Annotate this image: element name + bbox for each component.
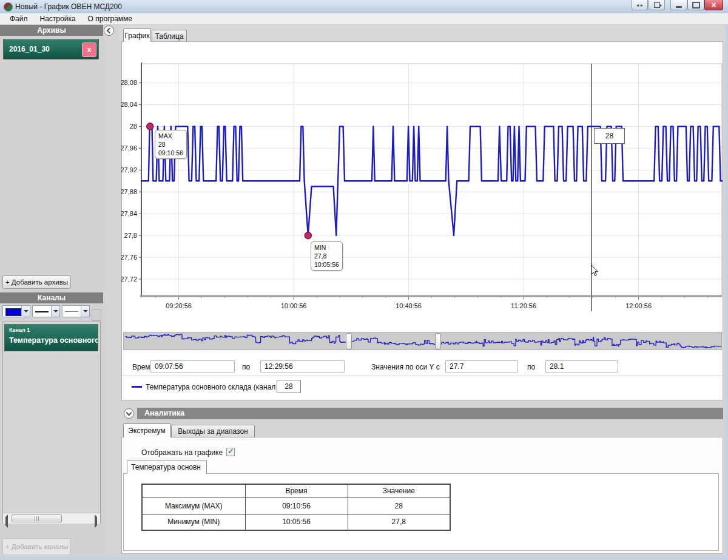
tab-extremum[interactable]: Экстремум	[123, 423, 170, 437]
min-value: 27,8	[314, 252, 339, 260]
left-right-arrows-icon: ◄►	[636, 3, 644, 7]
cursor-value-label: 28	[594, 128, 625, 144]
time-from-input[interactable]	[150, 360, 235, 373]
main-tab-strip	[119, 25, 726, 41]
title-bar: Новый - График ОВЕН МСД200 ◄► ×	[0, 0, 728, 14]
app-window: Новый - График ОВЕН МСД200 ◄► × Файл Нас…	[0, 0, 728, 560]
tab-grafik[interactable]: График	[123, 29, 151, 42]
min-annotation: MIN 27,8 10:05:56	[311, 241, 343, 271]
color-swatch-blue	[5, 308, 21, 316]
min-row-label: Минимум (MIN)	[142, 514, 245, 530]
window-bottom-edge	[0, 557, 728, 560]
analytics-header: Аналитика	[137, 408, 723, 419]
add-archives-button[interactable]: + Добавить архивы	[2, 275, 71, 289]
svg-text:27,76: 27,76	[121, 254, 137, 261]
show-on-chart-checkbox[interactable]: ✓	[226, 448, 235, 456]
chevron-down-icon	[24, 310, 29, 312]
svg-text:10:00:56: 10:00:56	[281, 302, 307, 309]
add-channels-button[interactable]: + Добавить каналы	[2, 538, 71, 555]
navigator-left-handle[interactable]	[346, 333, 352, 349]
window-arrow-icon	[654, 2, 660, 8]
max-row-time: 09:10:56	[245, 498, 348, 514]
max-value: 28	[158, 140, 183, 149]
tab-channel-extremum[interactable]: Температура основн	[127, 460, 207, 474]
chevron-down-icon	[126, 410, 132, 416]
legend-divider	[122, 376, 723, 376]
menu-file[interactable]: Файл	[4, 13, 34, 24]
svg-text:27,96: 27,96	[121, 144, 137, 152]
navigator-right-handle[interactable]	[435, 333, 441, 349]
channel-item-label: Температура основного ск	[9, 336, 98, 345]
time-to-label: по	[242, 363, 250, 371]
thickness-picker-arrow[interactable]	[51, 306, 59, 317]
collapse-analytics-button[interactable]	[124, 408, 134, 419]
channel-item-id: Канал 1	[9, 327, 30, 333]
svg-text:27,92: 27,92	[121, 166, 137, 174]
channels-scrollbar[interactable]	[3, 513, 100, 524]
triangle-right-icon	[95, 514, 97, 528]
svg-text:10:40:56: 10:40:56	[396, 302, 422, 309]
legend-current-value[interactable]: 28	[277, 380, 301, 393]
color-picker-arrow[interactable]	[21, 306, 30, 317]
table-row-max: Максимум (MAX) 09:10:56 28	[142, 498, 450, 514]
table-header-blank	[142, 484, 245, 498]
min-row-value: 27,8	[348, 514, 450, 530]
channel-style-extra-button[interactable]	[92, 309, 101, 321]
minimize-icon	[676, 6, 682, 8]
svg-text:28,04: 28,04	[121, 101, 137, 108]
max-row-label: Максимум (MAX)	[142, 498, 245, 514]
y-from-input[interactable]	[445, 360, 518, 373]
y-to-input[interactable]	[545, 360, 618, 373]
extremum-table: Время Значение Максимум (MAX) 09:10:56 2…	[141, 484, 451, 531]
y-to-label: по	[527, 363, 535, 371]
chart-navigator[interactable]	[123, 332, 722, 350]
svg-text:27,72: 27,72	[121, 275, 137, 283]
svg-text:27,88: 27,88	[121, 188, 137, 195]
detach-window-button[interactable]	[649, 0, 665, 10]
sidebar: Архивы 2016_01_30 x + Добавить архивы Ка…	[0, 25, 103, 560]
collapse-sidebar-button[interactable]	[104, 25, 114, 36]
archives-header: Архивы	[0, 25, 103, 36]
show-on-chart-label: Отображать на графике	[141, 448, 223, 457]
tab-tablica[interactable]: Таблица	[152, 30, 187, 42]
min-label: MIN	[314, 243, 339, 252]
table-header-value: Значение	[348, 484, 450, 498]
menu-about[interactable]: О программе	[82, 13, 138, 24]
scroll-left-arrow[interactable]	[5, 517, 8, 525]
time-to-input[interactable]	[260, 360, 345, 373]
line-style-picker[interactable]	[62, 305, 90, 317]
minimize-button[interactable]	[670, 0, 687, 10]
table-row-min: Минимум (MIN) 10:05:56 27,8	[142, 514, 450, 530]
max-label: MAX	[158, 132, 183, 140]
maximize-button[interactable]	[687, 0, 704, 10]
thick-line-swatch	[35, 311, 49, 312]
max-row-value: 28	[348, 498, 450, 514]
compare-windows-button[interactable]: ◄►	[632, 0, 648, 10]
chevron-down-icon	[53, 310, 58, 312]
style-picker-arrow[interactable]	[81, 306, 89, 317]
close-button[interactable]: ×	[704, 0, 723, 10]
line-thickness-picker[interactable]	[32, 305, 60, 317]
svg-text:27,8: 27,8	[124, 232, 137, 239]
svg-text:12:00:56: 12:00:56	[625, 302, 652, 309]
window-title: Новый - График ОВЕН МСД200	[15, 2, 122, 11]
scrollbar-thumb[interactable]	[12, 514, 62, 522]
thin-line-swatch	[65, 311, 78, 312]
svg-text:27,84: 27,84	[121, 210, 137, 217]
tab-out-of-range[interactable]: Выходы за диапазон	[171, 425, 255, 437]
temperature-chart[interactable]: 27,7227,7627,827,8427,8827,9227,962828,0…	[121, 41, 723, 317]
channel-color-picker[interactable]	[2, 305, 30, 317]
channel-item[interactable]: Канал 1 Температура основного ск	[4, 324, 98, 351]
check-icon: ✓	[228, 447, 234, 456]
svg-text:11:20:56: 11:20:56	[511, 302, 536, 309]
scroll-right-arrow[interactable]	[95, 517, 97, 525]
archive-close-button[interactable]: x	[82, 42, 96, 57]
menu-settings[interactable]: Настройка	[34, 13, 82, 24]
table-header-time: Время	[245, 484, 348, 498]
legend-series-label: Температура основного склада (канал 1)	[146, 383, 284, 391]
archive-item[interactable]: 2016_01_30 x	[3, 39, 99, 59]
navigator-waveform	[124, 332, 721, 349]
svg-text:28,08: 28,08	[121, 79, 137, 86]
y-range-label: Значения по оси Y с	[371, 363, 440, 371]
close-icon: ×	[711, 1, 716, 9]
